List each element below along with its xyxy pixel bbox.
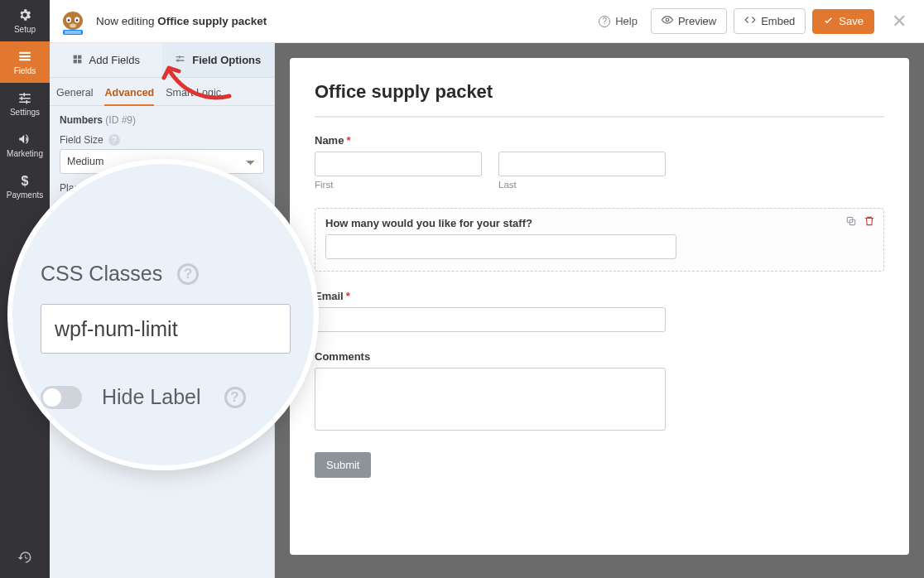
email-input[interactable]: [315, 307, 666, 332]
copy-icon: [845, 216, 857, 229]
svg-point-9: [666, 18, 669, 22]
field-size-label-row: Field Size ?: [60, 134, 264, 146]
preview-label: Preview: [678, 15, 716, 27]
svg-rect-11: [78, 55, 81, 58]
rail-history[interactable]: [0, 540, 50, 578]
hide-label-label: Hide Label: [102, 385, 201, 409]
last-sublabel: Last: [498, 180, 666, 190]
trash-icon: [864, 216, 875, 229]
tab-add-fields-label: Add Fields: [89, 54, 140, 66]
rail-setup[interactable]: Setup: [0, 0, 50, 41]
last-name-input[interactable]: [498, 152, 666, 176]
save-label: Save: [839, 15, 864, 27]
sliders-icon: [17, 91, 32, 106]
tab-add-fields[interactable]: Add Fields: [50, 43, 162, 77]
svg-rect-12: [73, 60, 76, 63]
field-comments-wrapper[interactable]: Comments: [315, 350, 666, 434]
svg-rect-10: [73, 55, 76, 58]
grid-icon: [72, 54, 83, 67]
history-icon: [17, 550, 32, 568]
tab-field-options[interactable]: Field Options: [162, 43, 275, 77]
email-label: Email*: [315, 290, 666, 302]
svg-rect-13: [78, 60, 81, 63]
form-title: Office supply packet: [315, 81, 884, 118]
subtab-advanced[interactable]: Advanced: [104, 87, 154, 105]
rail-settings-label: Settings: [10, 108, 40, 117]
form-preview-page: Office supply packet Name* First Last Ho…: [290, 58, 909, 555]
tab-field-options-label: Field Options: [192, 54, 261, 66]
help-link[interactable]: ? Help: [592, 10, 644, 32]
svg-point-3: [68, 19, 70, 22]
rail-setup-label: Setup: [14, 25, 36, 34]
field-id: (ID #9): [105, 114, 136, 126]
css-classes-input[interactable]: [41, 304, 291, 354]
embed-label: Embed: [761, 15, 795, 27]
svg-rect-6: [63, 30, 83, 35]
embed-button[interactable]: Embed: [734, 8, 806, 34]
field-email-wrapper[interactable]: Email*: [315, 290, 666, 332]
sliders-mini-icon: [175, 54, 185, 67]
first-name-input[interactable]: [315, 152, 482, 176]
svg-point-5: [70, 23, 76, 27]
topbar: Now editing Office supply packet ? Help …: [50, 0, 924, 43]
gear-icon: [17, 8, 32, 23]
field-heading: Numbers (ID #9): [60, 114, 264, 126]
code-icon: [744, 14, 756, 28]
now-editing: Now editing Office supply packet: [96, 15, 267, 27]
list-icon: [17, 50, 32, 65]
svg-rect-7: [65, 31, 81, 31]
field-size-label: Field Size: [60, 134, 103, 146]
first-sublabel: First: [315, 180, 482, 190]
help-tooltip-icon[interactable]: ?: [177, 263, 199, 285]
field-numbers-selected[interactable]: How many would you like for your staff?: [315, 208, 884, 272]
submit-button[interactable]: Submit: [315, 452, 371, 478]
rail-payments-label: Payments: [7, 190, 43, 200]
comments-label: Comments: [315, 350, 666, 363]
app-logo: [56, 7, 89, 36]
megaphone-icon: [17, 132, 32, 147]
now-editing-prefix: Now editing: [96, 15, 155, 27]
check-icon: [823, 15, 834, 28]
svg-rect-8: [65, 32, 81, 33]
rail-marketing[interactable]: Marketing: [0, 124, 50, 166]
help-tooltip-icon[interactable]: ?: [108, 134, 120, 146]
zoom-callout: CSS Classes ? Hide Label ?: [12, 164, 314, 465]
rail-fields-label: Fields: [14, 66, 36, 75]
field-name-wrapper[interactable]: Name* First Last: [315, 134, 666, 190]
name-label: Name*: [315, 134, 666, 147]
comments-textarea[interactable]: [315, 368, 666, 431]
form-preview-canvas: Office supply packet Name* First Last Ho…: [275, 43, 924, 578]
now-editing-form-name: Office supply packet: [157, 15, 267, 27]
close-icon: ✕: [892, 11, 907, 32]
eye-icon: [662, 14, 673, 28]
field-name: Numbers: [60, 114, 103, 126]
subtab-general[interactable]: General: [56, 87, 93, 105]
dollar-icon: $: [17, 174, 32, 189]
rail-payments[interactable]: $ Payments: [0, 166, 50, 207]
help-tooltip-icon[interactable]: ?: [224, 387, 246, 408]
rail-fields[interactable]: Fields: [0, 41, 50, 83]
save-button[interactable]: Save: [812, 9, 874, 34]
subtab-smart-logic[interactable]: Smart Logic: [166, 87, 221, 105]
rail-marketing-label: Marketing: [7, 149, 43, 158]
css-classes-label: CSS Classes ?: [41, 262, 291, 286]
hide-label-toggle[interactable]: [41, 386, 82, 409]
preview-button[interactable]: Preview: [651, 8, 727, 34]
panel-primary-tabs: Add Fields Field Options: [50, 43, 274, 78]
howmany-input[interactable]: [325, 234, 676, 259]
duplicate-field-button[interactable]: [845, 215, 857, 229]
close-builder-button[interactable]: ✕: [886, 8, 912, 35]
rail-settings[interactable]: Settings: [0, 83, 50, 124]
help-label: Help: [615, 15, 638, 27]
svg-point-4: [76, 19, 79, 22]
howmany-label: How many would you like for your staff?: [325, 217, 873, 229]
help-icon: ?: [599, 16, 610, 27]
panel-secondary-tabs: General Advanced Smart Logic: [50, 78, 274, 106]
delete-field-button[interactable]: [864, 215, 875, 229]
